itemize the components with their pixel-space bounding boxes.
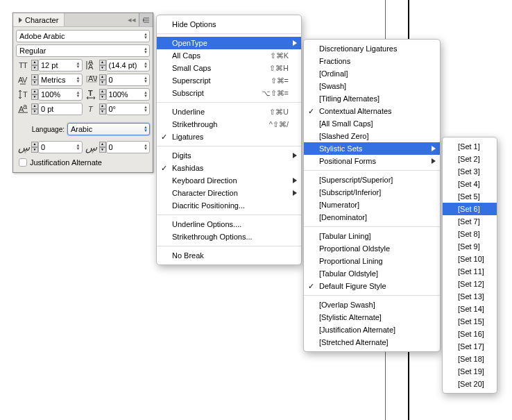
font-style-select[interactable]: Regular ▲▼ — [16, 44, 150, 57]
menu-opentype[interactable]: OpenType — [157, 37, 301, 49]
menu-set-7[interactable]: [Set 7] — [443, 215, 497, 228]
arabic2-stepper[interactable]: ▲▼ — [99, 142, 106, 153]
menu-set-3[interactable]: [Set 3] — [443, 165, 497, 178]
menu-ordinal[interactable]: [Ordinal] — [304, 67, 440, 80]
check-icon: ✓ — [161, 133, 167, 142]
menu-set-1[interactable]: [Set 1] — [443, 140, 497, 153]
menu-subscript-inferior[interactable]: [Subscript/Inferior] — [304, 186, 440, 199]
menu-positional-forms[interactable]: Positional Forms — [304, 155, 440, 167]
menu-set-2[interactable]: [Set 2] — [443, 153, 497, 165]
menu-diacritic-positioning[interactable]: Diacritic Positioning... — [157, 199, 301, 212]
menu-set-5[interactable]: [Set 5] — [443, 190, 497, 203]
menu-discretionary-ligatures[interactable]: Discretionary Ligatures — [304, 42, 440, 55]
menu-overlap-swash[interactable]: [Overlap Swash] — [304, 299, 440, 311]
skew-stepper[interactable]: ▲▼ — [99, 103, 106, 115]
panel-title: Character — [25, 16, 58, 24]
character-flyout-menu: Hide Options OpenType All Caps⇧⌘K Small … — [156, 15, 302, 265]
justification-alternate-checkbox[interactable] — [19, 158, 27, 167]
menu-set-20[interactable]: [Set 20] — [443, 378, 497, 390]
menu-separator — [157, 33, 301, 34]
svg-text:T: T — [88, 105, 94, 113]
leading-icon: AA — [84, 59, 99, 72]
arabic-control-icon: ڛ — [84, 141, 99, 153]
menu-underline[interactable]: Underline⇧⌘U — [157, 106, 301, 118]
menu-no-break[interactable]: No Break — [157, 249, 301, 262]
menu-denominator[interactable]: [Denominator] — [304, 211, 440, 224]
kerning-input[interactable]: Metrics▲▼ — [38, 74, 83, 86]
menu-strikethrough-options[interactable]: Strikethrough Options... — [157, 230, 301, 243]
menu-stylistic-alternate[interactable]: [Stylistic Alternate] — [304, 311, 440, 324]
panel-tab-character[interactable]: Character — [13, 13, 65, 26]
menu-all-caps[interactable]: All Caps⇧⌘K — [157, 49, 301, 62]
tracking-stepper[interactable]: ▲▼ — [99, 74, 106, 85]
menu-set-9[interactable]: [Set 9] — [443, 240, 497, 253]
svg-text:A: A — [88, 62, 94, 70]
menu-justification-alternate[interactable]: [Justification Alternate] — [304, 324, 440, 336]
menu-set-10[interactable]: [Set 10] — [443, 253, 497, 265]
menu-slashed-zero[interactable]: [Slashed Zero] — [304, 130, 440, 142]
baseline-stepper[interactable]: ▲▼ — [31, 103, 38, 115]
menu-subscript[interactable]: Subscript⌥⇧⌘= — [157, 87, 301, 99]
language-select[interactable]: Arabic ▲▼ — [67, 123, 150, 135]
vscale-stepper[interactable]: ▲▼ — [31, 89, 38, 100]
menu-stylistic-sets[interactable]: Stylistic Sets — [304, 142, 440, 155]
menu-set-11[interactable]: [Set 11] — [443, 265, 497, 278]
menu-set-13[interactable]: [Set 13] — [443, 290, 497, 303]
menu-hide-options[interactable]: Hide Options — [157, 18, 301, 31]
menu-all-small-caps[interactable]: [All Small Caps] — [304, 117, 440, 130]
menu-set-12[interactable]: [Set 12] — [443, 278, 497, 290]
menu-superscript-superior[interactable]: [Superscript/Superior] — [304, 174, 440, 186]
menu-small-caps[interactable]: Small Caps⇧⌘H — [157, 62, 301, 74]
menu-digits[interactable]: Digits — [157, 149, 301, 162]
menu-stretched-alternate[interactable]: [Stretched Alternate] — [304, 336, 440, 348]
menu-character-direction[interactable]: Character Direction — [157, 187, 301, 199]
skew-input[interactable]: 0°▲▼ — [106, 103, 151, 115]
panel-header[interactable]: Character ◂◂ — [13, 13, 153, 27]
vscale-input[interactable]: 100%▲▼ — [38, 88, 83, 101]
menu-set-14[interactable]: [Set 14] — [443, 303, 497, 315]
font-size-stepper[interactable]: ▲▼ — [31, 60, 38, 71]
collapse-icon[interactable]: ◂◂ — [125, 15, 139, 24]
menu-swash[interactable]: [Swash] — [304, 80, 440, 92]
menu-set-15[interactable]: [Set 15] — [443, 315, 497, 328]
menu-proportional-oldstyle[interactable]: Proportional Oldstyle — [304, 242, 440, 255]
menu-strikethrough[interactable]: Strikethrough^⇧⌘/ — [157, 118, 301, 131]
flyout-menu-icon[interactable] — [139, 13, 153, 26]
menu-titling-alternates[interactable]: [Titling Alternates] — [304, 92, 440, 105]
baseline-input[interactable]: 0 pt — [38, 103, 83, 115]
hscale-input[interactable]: 100%▲▼ — [106, 88, 151, 101]
menu-set-4[interactable]: [Set 4] — [443, 178, 497, 190]
arabic2-input[interactable]: 0▲▼ — [106, 141, 151, 153]
menu-kashidas[interactable]: ✓Kashidas — [157, 162, 301, 174]
menu-ligatures[interactable]: ✓Ligatures — [157, 131, 301, 143]
menu-set-8[interactable]: [Set 8] — [443, 228, 497, 240]
menu-superscript[interactable]: Superscript⇧⌘= — [157, 74, 301, 87]
menu-contextual-alternates[interactable]: ✓Contextual Alternates — [304, 105, 440, 117]
tracking-input[interactable]: 0▲▼ — [106, 74, 151, 86]
menu-keyboard-direction[interactable]: Keyboard Direction — [157, 174, 301, 187]
menu-set-16[interactable]: [Set 16] — [443, 328, 497, 340]
font-family-select[interactable]: Adobe Arabic ▲▼ — [16, 30, 150, 42]
leading-input[interactable]: (14.4 pt)▲▼ — [106, 59, 151, 72]
hscale-stepper[interactable]: ▲▼ — [99, 89, 106, 100]
menu-set-19[interactable]: [Set 19] — [443, 365, 497, 378]
menu-proportional-lining[interactable]: Proportional Lining — [304, 255, 440, 267]
menu-fractions[interactable]: Fractions — [304, 55, 440, 67]
check-icon: ✓ — [308, 282, 314, 291]
arabic1-stepper[interactable]: ▲▼ — [31, 142, 38, 153]
menu-tabular-oldstyle[interactable]: [Tabular Oldstyle] — [304, 267, 440, 280]
leading-stepper[interactable]: ▲▼ — [99, 60, 106, 71]
kerning-stepper[interactable]: ▲▼ — [31, 74, 38, 85]
menu-tabular-lining[interactable]: [Tabular Lining] — [304, 230, 440, 242]
arabic1-input[interactable]: 0▲▼ — [38, 141, 83, 153]
font-size-icon: TT — [16, 59, 31, 72]
menu-set-6[interactable]: [Set 6] — [443, 203, 497, 215]
menu-set-18[interactable]: [Set 18] — [443, 353, 497, 365]
font-size-input[interactable]: 12 pt▲▼ — [38, 59, 83, 72]
shortcut: ⇧⌘H — [257, 64, 289, 73]
submenu-arrow-icon — [432, 157, 436, 165]
menu-underline-options[interactable]: Underline Options.... — [157, 218, 301, 230]
menu-set-17[interactable]: [Set 17] — [443, 340, 497, 353]
menu-default-figure-style[interactable]: ✓Default Figure Style — [304, 280, 440, 292]
menu-numerator[interactable]: [Numerator] — [304, 199, 440, 211]
